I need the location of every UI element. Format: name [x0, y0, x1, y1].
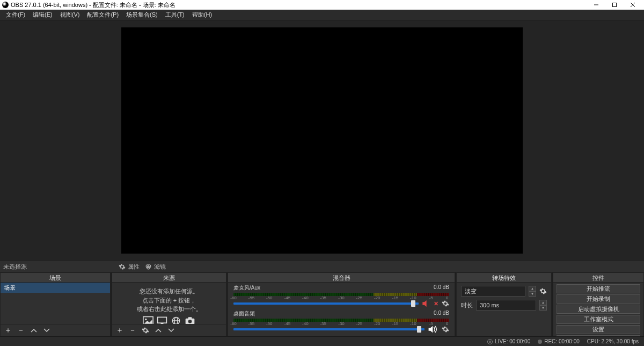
- chevron-up-icon: ▲: [539, 300, 547, 305]
- scene-up-button[interactable]: [30, 326, 38, 335]
- mute-x-icon: ✕: [434, 300, 438, 307]
- source-down-button[interactable]: [167, 326, 175, 335]
- chevron-up-icon: [31, 328, 37, 333]
- broadcast-icon: [487, 339, 493, 344]
- svg-marker-18: [422, 300, 426, 307]
- transitions-body: 淡变 ▲▼ 时长 300 ms ▲▼: [457, 283, 551, 314]
- no-source-label: 未选择源: [3, 263, 113, 271]
- maximize-button[interactable]: [605, 0, 624, 10]
- scene-down-button[interactable]: [42, 326, 51, 335]
- menu-file[interactable]: 文件(F): [2, 10, 29, 20]
- sources-dock: 来源 您还没有添加任何源。 点击下面的 + 按钮， 或者右击此处添加一个。 ＋ …: [112, 272, 226, 336]
- scenes-footer: ＋ －: [1, 324, 110, 336]
- status-cpu: CPU: 2.2%, 30.00 fps: [587, 338, 639, 344]
- start-streaming-button[interactable]: 开始推流: [557, 284, 640, 293]
- status-live-text: LIVE: 00:00:00: [495, 338, 530, 344]
- scene-item[interactable]: 场景: [1, 283, 110, 293]
- start-virtual-cam-button[interactable]: 启动虚拟摄像机: [557, 305, 640, 314]
- sources-empty-message: 您还没有添加任何源。 点击下面的 + 按钮， 或者右击此处添加一个。: [112, 283, 226, 324]
- camera-source-icon: [185, 316, 195, 325]
- transition-spinner[interactable]: ▲▼: [529, 286, 536, 297]
- gear-icon[interactable]: [539, 287, 547, 295]
- duration-value: 300 ms: [480, 302, 499, 308]
- add-source-button[interactable]: ＋: [115, 326, 124, 335]
- settings-button[interactable]: 设置: [557, 325, 640, 334]
- controls-header[interactable]: 控件: [553, 273, 643, 283]
- menu-view[interactable]: 视图(V): [56, 10, 84, 20]
- scenes-list[interactable]: 场景: [1, 283, 110, 324]
- mixer-channel-name: 桌面音频: [233, 310, 255, 318]
- svg-rect-10: [161, 323, 164, 325]
- menu-edit[interactable]: 编辑(E): [29, 10, 56, 20]
- mixer-channel-level: 0.0 dB: [434, 310, 449, 318]
- transition-select[interactable]: 淡变: [461, 286, 525, 297]
- record-dot-icon: [538, 340, 542, 344]
- sources-list[interactable]: 您还没有添加任何源。 点击下面的 + 按钮， 或者右击此处添加一个。: [112, 283, 226, 324]
- mixer-dock: 混音器 麦克风/Aux 0.0 dB -60-55-50-45-40-35-30…: [228, 272, 455, 336]
- properties-label: 属性: [128, 263, 140, 271]
- docks-row: 场景 场景 ＋ － 来源 您还没有添加任何源。 点击下面的 + 按钮， 或者右击…: [0, 272, 644, 336]
- duration-label: 时长: [461, 301, 473, 309]
- transitions-dock: 转场特效 淡变 ▲▼ 时长 300 ms ▲▼: [456, 272, 552, 336]
- globe-source-icon: [171, 316, 181, 325]
- chevron-down-icon: [43, 328, 50, 333]
- window-controls: [587, 0, 642, 10]
- scenes-dock: 场景 场景 ＋ －: [0, 272, 111, 336]
- speaker-muted-icon[interactable]: [422, 300, 430, 307]
- source-settings-button[interactable]: [141, 326, 150, 335]
- gear-icon: [119, 263, 126, 270]
- preview-canvas[interactable]: [121, 27, 523, 254]
- chevron-up-icon: ▲: [529, 286, 536, 291]
- add-scene-button[interactable]: ＋: [4, 326, 12, 335]
- mixer-channel-name: 麦克风/Aux: [233, 284, 260, 292]
- chevron-up-icon: [155, 328, 162, 333]
- svg-point-17: [188, 319, 192, 323]
- mixer-volume-slider[interactable]: [233, 328, 425, 330]
- svg-marker-19: [429, 326, 433, 333]
- status-rec: REC: 00:00:00: [538, 338, 580, 344]
- close-button[interactable]: [624, 0, 642, 10]
- mixer-header[interactable]: 混音器: [228, 273, 455, 283]
- filters-label: 滤镜: [154, 263, 166, 271]
- properties-button[interactable]: 属性: [119, 263, 140, 271]
- menu-profile[interactable]: 配置文件(P): [83, 10, 122, 20]
- chevron-down-icon: ▼: [529, 291, 536, 297]
- status-bar: LIVE: 00:00:00 REC: 00:00:00 CPU: 2.2%, …: [0, 336, 644, 346]
- mixer-channel-desktop: 桌面音频 0.0 dB -60-55-50-45-40-35-30-25-20-…: [228, 308, 455, 334]
- duration-spinner[interactable]: ▲▼: [539, 300, 547, 311]
- window-title-bar: OBS 27.0.1 (64-bit, windows) - 配置文件: 未命名…: [0, 0, 644, 10]
- minimize-button[interactable]: [587, 0, 605, 10]
- menu-help[interactable]: 帮助(H): [188, 10, 216, 20]
- sources-empty-line2: 点击下面的 + 按钮，: [115, 296, 223, 305]
- sources-empty-line3: 或者右击此处添加一个。: [115, 305, 223, 314]
- studio-mode-button[interactable]: 工作室模式: [557, 315, 640, 324]
- menu-scene-collection[interactable]: 场景集合(S): [122, 10, 162, 20]
- mixer-volume-slider[interactable]: [233, 302, 419, 305]
- gear-icon: [142, 327, 149, 334]
- sources-footer: ＋ －: [112, 324, 226, 336]
- sources-header[interactable]: 来源: [112, 273, 226, 283]
- mixer-body: 麦克风/Aux 0.0 dB -60-55-50-45-40-35-30-25-…: [228, 283, 455, 336]
- remove-scene-button[interactable]: －: [17, 326, 25, 335]
- preview-area: [0, 20, 644, 261]
- transitions-header[interactable]: 转场特效: [457, 273, 551, 283]
- menu-tools[interactable]: 工具(T): [162, 10, 188, 20]
- source-up-button[interactable]: [154, 326, 163, 335]
- status-live: LIVE: 00:00:00: [487, 338, 530, 344]
- duration-input[interactable]: 300 ms: [476, 300, 536, 311]
- filters-button[interactable]: 滤镜: [145, 263, 166, 271]
- image-source-icon: [143, 316, 153, 325]
- scenes-header[interactable]: 场景: [1, 273, 110, 283]
- remove-source-button[interactable]: －: [128, 326, 137, 335]
- mixer-scale: -60-55-50-45-40-35-30-25-20-15-10-50: [233, 322, 449, 325]
- menu-bar: 文件(F) 编辑(E) 视图(V) 配置文件(P) 场景集合(S) 工具(T) …: [0, 10, 644, 20]
- mixer-scale: -60-55-50-45-40-35-30-25-20-15-10-50: [233, 296, 449, 299]
- status-rec-text: REC: 00:00:00: [544, 338, 580, 344]
- start-recording-button[interactable]: 开始录制: [557, 294, 640, 304]
- gear-icon[interactable]: [442, 300, 449, 307]
- gear-icon[interactable]: [442, 326, 449, 333]
- controls-dock: 控件 开始推流 开始录制 启动虚拟摄像机 工作室模式 设置 退出: [553, 272, 644, 336]
- svg-rect-1: [613, 3, 617, 7]
- speaker-icon[interactable]: [428, 326, 438, 333]
- svg-point-8: [145, 318, 147, 320]
